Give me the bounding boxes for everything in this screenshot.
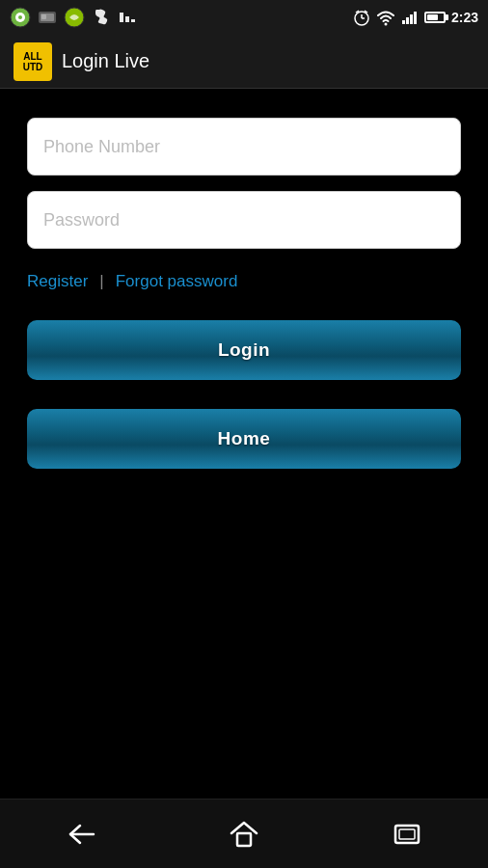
password-input[interactable] — [27, 191, 461, 249]
app-title: Login Live — [62, 50, 149, 72]
link-separator: | — [99, 272, 103, 291]
svg-rect-19 — [414, 12, 417, 24]
register-link[interactable]: Register — [27, 272, 88, 291]
nav-bar — [0, 799, 488, 868]
home-icon — [230, 821, 258, 848]
wifi-icon — [376, 9, 395, 26]
svg-rect-8 — [125, 16, 129, 22]
app-logo-text: ALL UTD — [23, 51, 43, 72]
back-button[interactable] — [52, 815, 110, 854]
notif-icon-1 — [10, 7, 31, 28]
svg-point-15 — [384, 23, 387, 26]
svg-rect-18 — [410, 14, 413, 24]
app-logo: ALL UTD — [14, 42, 52, 81]
phone-number-input[interactable] — [27, 118, 461, 176]
svg-rect-23 — [399, 829, 415, 839]
notif-icon-2 — [37, 7, 58, 28]
home-nav-button[interactable] — [215, 815, 273, 854]
alarm-icon — [353, 9, 370, 26]
battery-icon — [424, 12, 446, 23]
app-bar: ALL UTD Login Live — [0, 35, 488, 89]
phone-icon — [91, 7, 112, 28]
svg-rect-7 — [120, 13, 123, 22]
svg-point-2 — [18, 15, 22, 19]
back-icon — [67, 822, 95, 847]
signal-icon — [401, 9, 419, 26]
recents-icon — [393, 822, 420, 847]
recents-button[interactable] — [378, 815, 436, 854]
status-bar: 2:23 — [0, 0, 488, 35]
notif-icon-3 — [64, 7, 85, 28]
links-row: Register | Forgot password — [27, 272, 461, 291]
status-icons-right: 2:23 — [353, 9, 478, 26]
svg-rect-16 — [402, 20, 405, 24]
svg-rect-17 — [406, 17, 409, 24]
home-button[interactable]: Home — [27, 409, 461, 469]
svg-rect-9 — [131, 19, 135, 22]
main-content: Register | Forgot password Login Home — [0, 89, 488, 799]
login-button[interactable]: Login — [27, 320, 461, 380]
forgot-password-link[interactable]: Forgot password — [116, 272, 238, 291]
status-icons-left — [10, 7, 139, 28]
svg-rect-21 — [237, 833, 251, 846]
bars-icon — [118, 7, 139, 28]
status-time: 2:23 — [451, 10, 478, 25]
svg-rect-5 — [41, 14, 46, 19]
